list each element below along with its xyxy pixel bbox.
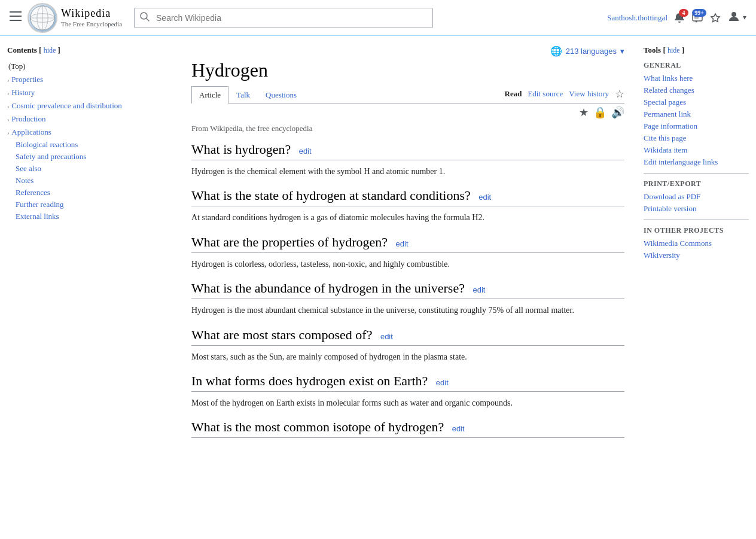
toc-chevron-history: › [7, 90, 9, 96]
tools-print-label: Print/export [644, 179, 749, 188]
language-row: 🌐 213 languages ▾ [191, 45, 624, 57]
tools-page-information[interactable]: Page information [644, 120, 749, 132]
tools-download-pdf[interactable]: Download as PDF [644, 191, 749, 203]
toc-chevron-production: › [7, 116, 9, 123]
tab-article[interactable]: Article [191, 86, 228, 103]
article-tabs: Article Talk Questions Read Edit source … [191, 86, 624, 103]
tools-wikiversity[interactable]: Wikiversity [644, 249, 749, 261]
wikipedia-name: Wikipedia [61, 7, 122, 20]
toc-item-history[interactable]: › History [7, 86, 172, 99]
tools-hide-link[interactable]: hide [667, 46, 680, 54]
watchstar-icon[interactable]: ☆ [615, 87, 624, 101]
language-button[interactable]: 🌐 213 languages ▾ [550, 45, 624, 57]
hamburger-menu-icon[interactable] [10, 11, 22, 24]
tools-permanent-link[interactable]: Permanent link [644, 108, 749, 120]
toc-item-references[interactable]: References [7, 187, 172, 199]
qa-heading-2: What are the properties of hydrogen? edi… [191, 235, 624, 253]
tools-printable-version[interactable]: Printable version [644, 203, 749, 215]
tools-wikidata-item[interactable]: Wikidata item [644, 144, 749, 156]
audio-icon[interactable]: 🔊 [611, 106, 624, 119]
qa-section-5: In what forms does hydrogen exist on Ear… [191, 373, 624, 410]
toc-item-applications[interactable]: › Applications [7, 126, 172, 139]
talk-badge: 99+ [692, 9, 706, 17]
svg-line-10 [147, 18, 150, 21]
qa-answer-2: Hydrogen is colorless, odorless, tastele… [191, 258, 624, 271]
toc-item-production[interactable]: › Production [7, 112, 172, 126]
toc-item-notes[interactable]: Notes [7, 175, 172, 187]
qa-heading-4: What are most stars composed of? edit [191, 327, 624, 346]
tools-bracket-right: ] [682, 45, 684, 54]
qa-answer-4: Most stars, such as the Sun, are mainly … [191, 351, 624, 364]
qa-section-0: What is hydrogen? edit Hydrogen is the c… [191, 142, 624, 178]
notification-badge: 4 [679, 9, 688, 17]
svg-point-14 [731, 12, 736, 17]
tab-questions[interactable]: Questions [258, 86, 304, 103]
toc-top-label: (Top) [8, 62, 26, 71]
search-input[interactable] [134, 8, 433, 28]
user-avatar-icon [727, 10, 740, 26]
toc-item-see-also[interactable]: See also [7, 163, 172, 175]
talk-alerts-button[interactable]: 99+ [691, 12, 703, 24]
qa-section-2: What are the properties of hydrogen? edi… [191, 235, 624, 271]
action-read[interactable]: Read [505, 89, 522, 99]
toc-item-bio-reactions[interactable]: Biological reactions [7, 139, 172, 151]
toc-chevron-properties: › [7, 77, 9, 83]
toc-item-properties[interactable]: › Properties [7, 73, 172, 86]
toc-item-top[interactable]: (Top) [7, 60, 172, 73]
watchlist-button[interactable] [709, 12, 721, 24]
lock-icon[interactable]: 🔒 [593, 106, 606, 119]
wikipedia-wordmark: Wikipedia The Free Encyclopedia [61, 7, 122, 28]
tools-bracket-left: [ [663, 45, 665, 54]
tools-special-pages[interactable]: Special pages [644, 96, 749, 108]
action-edit-source[interactable]: Edit source [528, 89, 563, 99]
qa-edit-1[interactable]: edit [478, 193, 491, 202]
svg-rect-2 [10, 20, 22, 21]
qa-edit-3[interactable]: edit [472, 285, 485, 294]
toc-label-properties: Properties [11, 75, 43, 84]
toc-header: Contents [ hide ] [7, 45, 172, 55]
qa-answer-0: Hydrogen is the chemical element with th… [191, 165, 624, 178]
tools-wikimedia-commons[interactable]: Wikimedia Commons [644, 237, 749, 249]
qa-heading-6: What is the most common isotope of hydro… [191, 419, 624, 438]
tools-what-links-here[interactable]: What links here [644, 72, 749, 84]
article-icons-bar: ★ 🔒 🔊 [191, 106, 624, 119]
right-sidebar-tools: Tools [ hide ] General What links here R… [636, 36, 756, 453]
toc-label-applications: Applications [11, 127, 51, 137]
qa-edit-5[interactable]: edit [436, 378, 449, 387]
wikipedia-globe [28, 3, 57, 33]
wikipedia-logo[interactable]: Wikipedia The Free Encyclopedia [28, 3, 122, 33]
search-bar [134, 8, 433, 28]
qa-section-1: What is the state of hydrogen at standar… [191, 188, 624, 224]
tools-edit-interlanguage[interactable]: Edit interlanguage links [644, 156, 749, 168]
toc-label-cosmic: Cosmic prevalence and distribution [11, 101, 121, 111]
qa-heading-5: In what forms does hydrogen exist on Ear… [191, 373, 624, 392]
sidebar-toc: Contents [ hide ] (Top) › Properties › H… [0, 36, 179, 453]
qa-question-3: What is the abundance of hydrogen in the… [191, 281, 465, 296]
tools-general-label: General [644, 61, 749, 70]
qa-heading-0: What is hydrogen? edit [191, 142, 624, 160]
qa-edit-2[interactable]: edit [396, 239, 409, 248]
qa-edit-6[interactable]: edit [452, 424, 465, 433]
svg-rect-0 [10, 11, 22, 13]
header: Wikipedia The Free Encyclopedia Santhosh… [0, 0, 756, 36]
notifications-button[interactable]: 4 [673, 12, 685, 24]
qa-edit-0[interactable]: edit [299, 147, 312, 156]
qa-edit-4[interactable]: edit [380, 332, 393, 341]
featured-star-icon[interactable]: ★ [579, 106, 589, 119]
language-icon: 🌐 [550, 45, 562, 57]
user-menu[interactable]: ▾ [727, 10, 746, 26]
username-link[interactable]: Santhosh.thottingal [607, 13, 667, 23]
tools-related-changes[interactable]: Related changes [644, 84, 749, 96]
toc-item-external-links[interactable]: External links [7, 211, 172, 223]
toc-item-safety[interactable]: Safety and precautions [7, 151, 172, 163]
toc-hide-link[interactable]: hide [44, 46, 56, 54]
toc-item-cosmic[interactable]: › Cosmic prevalence and distribution [7, 99, 172, 112]
page-title: Hydrogen [191, 59, 624, 81]
toc-title: Contents [7, 45, 37, 54]
wikipedia-tagline: The Free Encyclopedia [61, 20, 122, 28]
qa-section-3: What is the abundance of hydrogen in the… [191, 281, 624, 317]
tab-talk[interactable]: Talk [228, 86, 258, 103]
tools-cite-this-page[interactable]: Cite this page [644, 132, 749, 144]
toc-item-further-reading[interactable]: Further reading [7, 199, 172, 211]
action-view-history[interactable]: View history [569, 89, 609, 99]
